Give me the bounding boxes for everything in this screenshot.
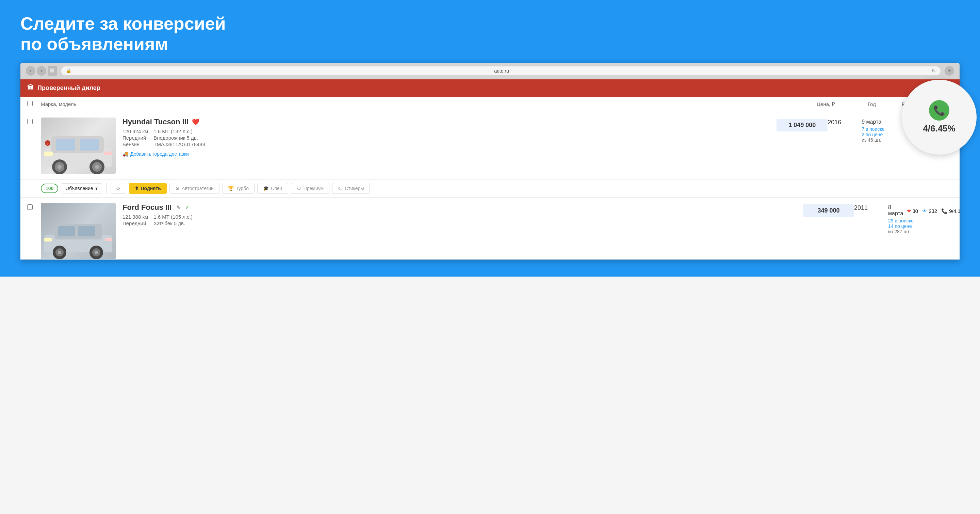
conversion-text: 4/6.45% bbox=[923, 123, 955, 134]
divider bbox=[106, 183, 107, 193]
spec-icon: 🎓 bbox=[263, 186, 269, 191]
premium-button[interactable]: 🛡 Премиум bbox=[291, 183, 330, 194]
truck-icon: 🚚 bbox=[123, 151, 128, 157]
ford-engine: 1.6 МТ (105 л.с.) bbox=[153, 214, 803, 220]
ford-calls-count: 9/4.15% bbox=[949, 208, 959, 214]
spec-button[interactable]: 🎓 Спец bbox=[257, 183, 288, 194]
refresh-action-btn[interactable]: ⟳ bbox=[111, 183, 126, 194]
tucson-score: 100 bbox=[41, 184, 58, 193]
refresh-circle-icon: ⟳ bbox=[116, 186, 121, 191]
autostrategies-button[interactable]: ⚙ Автостратегии bbox=[169, 183, 220, 194]
ford-placed-date: 8 марта bbox=[888, 204, 904, 217]
heart-stat-icon: ❤ bbox=[907, 208, 911, 214]
svg-rect-16 bbox=[58, 226, 75, 236]
tabs-button[interactable]: ⬜ bbox=[48, 66, 57, 76]
ford-specs: 121 388 км 1.6 МТ (105 л.с.) Передний Хэ… bbox=[123, 214, 803, 226]
header-checkbox-col bbox=[27, 101, 41, 108]
site-header-left: 🏛 Проверенный дилер bbox=[27, 84, 100, 92]
browser-window: ‹ › ⬜ 🔒 auto.ru ↻ + 🏛 Прове bbox=[21, 63, 959, 260]
header-model: Марка, модель bbox=[41, 101, 817, 107]
svg-rect-10 bbox=[44, 152, 53, 156]
select-all-checkbox[interactable] bbox=[27, 101, 33, 106]
ford-price-col: 349 000 bbox=[803, 203, 854, 217]
lock-icon: 🔒 bbox=[66, 68, 72, 73]
ford-placed-col: 8 марта ❤ 30 👁 232 bbox=[888, 203, 953, 235]
conversion-popup: 📞 4/6.45% bbox=[902, 80, 977, 155]
ford-main-row: Ford Focus III ✎ ✓ 121 388 км 1.6 МТ (10… bbox=[27, 203, 953, 259]
ford-km: 121 388 км bbox=[123, 214, 148, 220]
tucson-fuel: Бензин bbox=[123, 141, 148, 147]
ford-body: Хэтчбек 5 дв. bbox=[153, 220, 803, 226]
phone-icon: 📞 bbox=[933, 105, 945, 116]
tucson-actions-row: 100 Объявление ▾ ⟳ ⬆ Поднять ⚙ Автострат… bbox=[21, 179, 959, 198]
tucson-image: V bbox=[41, 118, 116, 174]
ford-placed-stats-row: 8 марта ❤ 30 👁 232 bbox=[888, 204, 953, 217]
ford-image bbox=[41, 203, 116, 259]
raise-button[interactable]: ⬆ Поднять bbox=[129, 183, 167, 194]
browser-nav: ‹ › ⬜ bbox=[26, 66, 57, 76]
site-header: 🏛 Проверенный дилер 5 bbox=[21, 79, 959, 97]
hero-section: Следите за конверсией по объявлениям ‹ ›… bbox=[0, 0, 980, 276]
svg-text:V: V bbox=[47, 142, 49, 145]
car-row-tucson: V Hyundai Tucson III ❤️ 120 324 км 1.6 М… bbox=[21, 112, 959, 179]
ford-checkbox-col bbox=[27, 203, 41, 211]
ford-stats: 29 в поиске 14 по цене из 287 шт. bbox=[888, 218, 953, 235]
check-icon: ✓ bbox=[185, 205, 189, 210]
stickers-button[interactable]: 🏷 Стикеры bbox=[332, 183, 369, 194]
tucson-engine: 1.6 МТ (132 л.с.) bbox=[153, 128, 776, 134]
autostrategies-icon: ⚙ bbox=[175, 186, 180, 191]
browser-toolbar: ‹ › ⬜ 🔒 auto.ru ↻ + bbox=[21, 63, 959, 79]
svg-rect-3 bbox=[80, 139, 99, 150]
tucson-price-col: 1 049 000 bbox=[776, 118, 827, 131]
new-tab-button[interactable]: + bbox=[945, 66, 954, 76]
refresh-button[interactable]: ↻ bbox=[932, 68, 936, 73]
edit-icon: ✎ bbox=[176, 205, 180, 210]
phone-stat-icon: 📞 bbox=[941, 208, 948, 214]
svg-point-20 bbox=[58, 251, 61, 254]
tucson-listing-dropdown[interactable]: Объявление ▾ bbox=[61, 183, 102, 193]
ford-search-count: 29 в поиске bbox=[888, 218, 953, 223]
ford-total: из 287 шт. bbox=[888, 229, 953, 235]
tucson-body: Внедорожник 5 дв. bbox=[153, 135, 776, 140]
ford-details: Ford Focus III ✎ ✓ 121 388 км 1.6 МТ (10… bbox=[116, 203, 803, 226]
svg-rect-2 bbox=[56, 139, 75, 150]
svg-point-9 bbox=[95, 165, 99, 169]
back-button[interactable]: ‹ bbox=[26, 66, 35, 76]
ford-views-count: 232 bbox=[929, 208, 937, 214]
bank-icon: 🏛 bbox=[27, 84, 34, 92]
ford-checkbox[interactable] bbox=[27, 204, 33, 210]
ford-car-svg bbox=[41, 203, 116, 259]
forward-button[interactable]: › bbox=[37, 66, 46, 76]
tucson-km: 120 324 км bbox=[123, 128, 148, 134]
tucson-delivery-link[interactable]: 🚚 Добавить города доставки bbox=[123, 151, 776, 157]
tucson-name: Hyundai Tucson III ❤️ bbox=[123, 118, 776, 126]
ford-drive: Передний bbox=[123, 220, 148, 226]
tucson-details: Hyundai Tucson III ❤️ 120 324 км 1.6 МТ … bbox=[116, 118, 776, 157]
ford-likes-count: 30 bbox=[913, 208, 918, 214]
hero-title-line2: по объявлениям bbox=[21, 34, 168, 54]
tucson-main-row: V Hyundai Tucson III ❤️ 120 324 км 1.6 М… bbox=[27, 118, 953, 174]
tucson-year: 2016 bbox=[827, 118, 862, 126]
ford-year: 2011 bbox=[854, 203, 888, 212]
tucson-vin: TMAJ3811AGJ178488 bbox=[153, 141, 776, 147]
chevron-down-icon: ▾ bbox=[95, 186, 98, 191]
ford-likes-stat: ❤ 30 bbox=[907, 208, 918, 214]
raise-icon: ⬆ bbox=[135, 186, 139, 191]
tucson-car-svg: V bbox=[41, 118, 116, 174]
premium-icon: 🛡 bbox=[297, 186, 301, 191]
header-price: Цена, ₽ bbox=[817, 101, 868, 107]
turbo-icon: 🏆 bbox=[228, 186, 234, 191]
tucson-checkbox[interactable] bbox=[27, 119, 33, 125]
tucson-favorite-icon[interactable]: ❤️ bbox=[192, 118, 199, 126]
svg-point-23 bbox=[95, 251, 98, 254]
ford-price: 349 000 bbox=[803, 204, 854, 217]
url-bar[interactable]: 🔒 auto.ru ↻ bbox=[61, 66, 940, 75]
stickers-icon: 🏷 bbox=[338, 186, 343, 191]
svg-rect-24 bbox=[44, 238, 52, 241]
hero-title-line1: Следите за конверсией bbox=[21, 14, 226, 34]
ford-views-stat: 👁 232 bbox=[922, 208, 937, 214]
turbo-button[interactable]: 🏆 Турбо bbox=[222, 183, 255, 194]
tucson-specs: 120 324 км 1.6 МТ (132 л.с.) Передний Вн… bbox=[123, 128, 776, 147]
ford-price-count: 14 по цене bbox=[888, 223, 953, 229]
tucson-price: 1 049 000 bbox=[776, 119, 827, 131]
